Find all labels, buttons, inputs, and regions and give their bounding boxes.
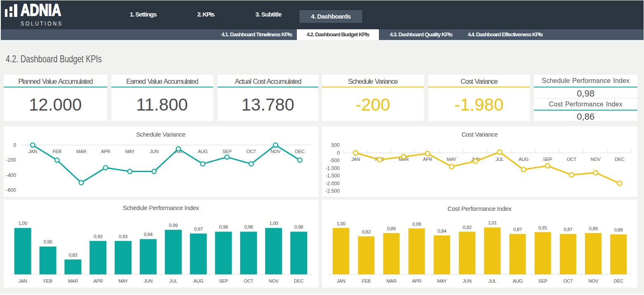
svg-text:APR: APR xyxy=(93,278,103,283)
svg-text:Schedule Variance: Schedule Variance xyxy=(136,131,186,138)
svg-text:-2.500: -2.500 xyxy=(325,188,340,194)
svg-text:JAN: JAN xyxy=(19,278,27,283)
svg-text:JUN: JUN xyxy=(150,149,158,154)
svg-text:1,00: 1,00 xyxy=(269,221,278,226)
svg-text:AUG: AUG xyxy=(512,278,522,283)
svg-text:0,87: 0,87 xyxy=(513,227,522,232)
svg-text:MAY: MAY xyxy=(118,278,128,283)
svg-text:0,99: 0,99 xyxy=(169,223,178,228)
svg-text:APR: APR xyxy=(412,278,421,283)
svg-text:JUL: JUL xyxy=(169,278,178,283)
svg-text:0,87: 0,87 xyxy=(564,227,572,232)
svg-text:0,84: 0,84 xyxy=(437,229,447,234)
svg-text:FEB: FEB xyxy=(53,149,62,154)
svg-text:500: 500 xyxy=(331,142,340,148)
svg-text:S O L U T I O N S: S O L U T I O N S xyxy=(21,20,61,27)
svg-text:0,89: 0,89 xyxy=(589,226,598,231)
svg-text:DEC: DEC xyxy=(294,278,303,283)
svg-text:OCT: OCT xyxy=(247,149,256,154)
svg-text:0,91: 0,91 xyxy=(538,225,547,230)
svg-text:JUN: JUN xyxy=(463,278,471,283)
svg-text:JUL: JUL xyxy=(488,278,496,283)
svg-text:0,86: 0,86 xyxy=(614,227,623,232)
svg-text:NOV: NOV xyxy=(588,278,599,283)
svg-text:DEC: DEC xyxy=(615,157,624,162)
svg-text:OCT: OCT xyxy=(567,157,577,162)
svg-text:Cost Variance: Cost Variance xyxy=(461,131,498,138)
svg-text:0,82: 0,82 xyxy=(362,229,371,234)
svg-text:Schedule Performance Index: Schedule Performance Index xyxy=(123,204,199,211)
svg-text:AUG: AUG xyxy=(198,149,208,154)
svg-text:-1.500: -1.500 xyxy=(325,173,340,179)
svg-text:Cost Performance Index: Cost Performance Index xyxy=(448,205,512,212)
svg-text:-500: -500 xyxy=(330,158,340,163)
svg-text:NOV: NOV xyxy=(591,157,601,162)
svg-text:0,99: 0,99 xyxy=(412,222,421,227)
svg-text:FEB: FEB xyxy=(362,278,371,283)
svg-text:0,89: 0,89 xyxy=(387,226,396,231)
svg-text:OCT: OCT xyxy=(563,278,573,283)
svg-text:SEP: SEP xyxy=(543,157,552,162)
svg-text:SEP: SEP xyxy=(219,278,228,283)
svg-text:ADNIA: ADNIA xyxy=(21,3,61,19)
svg-text:APR: APR xyxy=(101,149,110,154)
svg-text:1,00: 1,00 xyxy=(19,221,27,226)
svg-text:OCT: OCT xyxy=(244,278,254,283)
svg-text:0,97: 0,97 xyxy=(194,227,203,231)
svg-text:-2.000: -2.000 xyxy=(325,181,340,186)
svg-text:MAR: MAR xyxy=(386,278,397,283)
svg-text:MAY: MAY xyxy=(125,149,135,154)
svg-text:1,00: 1,00 xyxy=(337,221,346,226)
svg-text:AUG: AUG xyxy=(519,157,529,162)
svg-text:-200: -200 xyxy=(6,157,16,163)
svg-text:1,01: 1,01 xyxy=(488,220,497,225)
svg-text:0,98: 0,98 xyxy=(294,224,303,229)
svg-text:AUG: AUG xyxy=(193,278,203,283)
svg-text:0: 0 xyxy=(337,150,340,156)
svg-text:0,83: 0,83 xyxy=(68,253,77,257)
svg-text:-400: -400 xyxy=(6,172,16,178)
svg-text:JAN: JAN xyxy=(351,157,360,162)
svg-text:0,93: 0,93 xyxy=(119,234,127,239)
svg-text:DEC: DEC xyxy=(295,149,305,154)
svg-text:0,98: 0,98 xyxy=(244,224,253,229)
svg-text:JUN: JUN xyxy=(144,278,153,283)
svg-text:JUL: JUL xyxy=(496,157,504,162)
svg-text:0,94: 0,94 xyxy=(144,232,153,237)
svg-text:0,98: 0,98 xyxy=(219,224,228,229)
svg-text:NOV: NOV xyxy=(270,149,281,154)
svg-text:FEB: FEB xyxy=(43,278,52,283)
svg-text:0: 0 xyxy=(13,142,16,148)
svg-text:SEP: SEP xyxy=(538,278,548,283)
svg-text:MAR: MAR xyxy=(76,149,87,154)
svg-text:JAN: JAN xyxy=(337,278,346,283)
svg-text:MAY: MAY xyxy=(447,157,457,162)
svg-text:0,93: 0,93 xyxy=(94,234,102,239)
svg-text:MAR: MAR xyxy=(68,278,78,283)
svg-text:JAN: JAN xyxy=(28,149,37,154)
svg-text:DEC: DEC xyxy=(614,278,623,283)
svg-text:APR: APR xyxy=(423,157,432,162)
svg-text:-600: -600 xyxy=(6,187,16,193)
svg-text:0,92: 0,92 xyxy=(463,225,472,230)
svg-text:SEP: SEP xyxy=(223,149,232,154)
svg-text:MAY: MAY xyxy=(437,278,447,283)
svg-text:0,90: 0,90 xyxy=(44,239,52,244)
svg-text:-1.000: -1.000 xyxy=(325,165,340,171)
svg-text:NOV: NOV xyxy=(269,278,279,283)
